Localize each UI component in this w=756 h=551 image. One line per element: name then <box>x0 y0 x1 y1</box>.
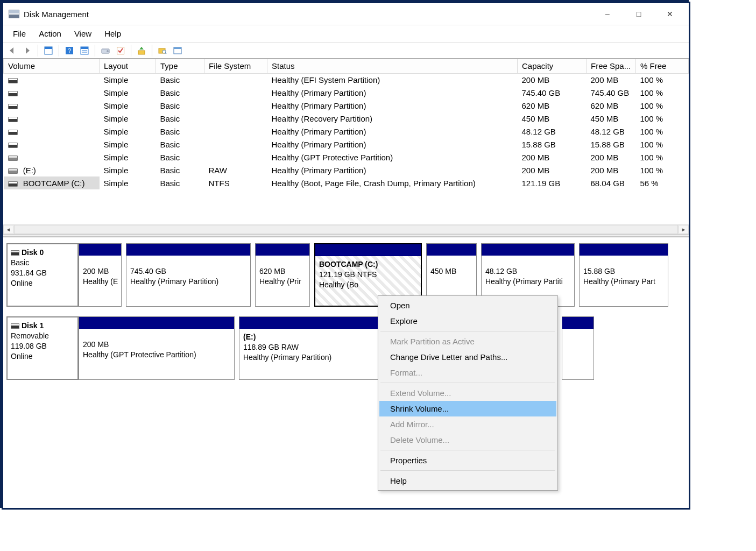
context-menu-item[interactable]: Help <box>379 473 556 489</box>
partition-size: 15.88 GB <box>583 266 664 277</box>
partition-title: BOOTCAMP (C:) <box>319 259 417 270</box>
partition-size: 48.12 GB <box>485 266 570 277</box>
cell-free: 745.40 GB <box>587 86 636 99</box>
cell-pct: 100 % <box>636 99 689 112</box>
disk-header[interactable]: Disk 1Removable119.08 GBOnline <box>6 316 79 380</box>
scroll-track[interactable] <box>14 225 678 234</box>
col-volume[interactable]: Volume <box>4 59 100 73</box>
window-title: Disk Management <box>24 10 89 19</box>
table-row[interactable]: SimpleBasicHealthy (EFI System Partition… <box>4 73 689 86</box>
partition-size: 121.19 GB NTFS <box>319 270 417 280</box>
back-button[interactable] <box>5 44 19 57</box>
partition[interactable]: 15.88 GBHealthy (Primary Part <box>579 243 668 307</box>
cell-status: Healthy (EFI System Partition) <box>267 73 518 86</box>
menu-action[interactable]: Action <box>33 27 67 40</box>
menu-help[interactable]: Help <box>99 27 126 40</box>
volume-icon <box>8 143 18 148</box>
table-row[interactable]: SimpleBasicHealthy (Recovery Partition)4… <box>4 112 689 125</box>
forward-button[interactable] <box>20 44 34 57</box>
help-icon[interactable]: ? <box>62 44 76 57</box>
minimize-button[interactable] <box>592 5 623 24</box>
table-row[interactable]: SimpleBasicHealthy (Primary Partition)62… <box>4 99 689 112</box>
context-menu-separator <box>380 331 555 331</box>
context-menu-item[interactable]: Shrink Volume... <box>379 401 556 416</box>
context-menu-item[interactable]: Open <box>379 298 556 313</box>
cell-fs <box>204 138 267 151</box>
partition-band <box>580 244 668 256</box>
horizontal-scrollbar[interactable]: ◄ ► <box>3 224 689 234</box>
cell-layout: Simple <box>100 99 156 112</box>
check-icon[interactable] <box>114 44 128 57</box>
content-area: Volume Layout Type File System Status Ca… <box>3 58 689 433</box>
context-menu-item[interactable]: Explore <box>379 313 556 329</box>
svg-point-9 <box>107 50 108 51</box>
col-pct[interactable]: % Free <box>636 59 689 73</box>
cell-status: Healthy (Primary Partition) <box>267 125 518 138</box>
col-status[interactable]: Status <box>267 59 518 73</box>
partition-band <box>79 244 121 256</box>
maximize-button[interactable] <box>623 5 654 24</box>
scroll-right-arrow[interactable]: ► <box>679 225 689 234</box>
context-menu-item[interactable]: Change Drive Letter and Paths... <box>379 349 556 365</box>
partition-band <box>315 244 421 256</box>
disk-row: Disk 1Removable119.08 GBOnline200 MBHeal… <box>6 316 686 380</box>
volume-name: BOOTCAMP (C:) <box>21 179 85 188</box>
disk-header[interactable]: Disk 0Basic931.84 GBOnline <box>6 243 79 307</box>
disk-graphical-pane: Disk 0Basic931.84 GBOnline200 MBHealthy … <box>3 237 689 380</box>
table-row[interactable]: SimpleBasicHealthy (Primary Partition)74… <box>4 86 689 99</box>
cell-capacity: 620 MB <box>518 99 587 112</box>
partition-blank[interactable] <box>562 316 594 380</box>
context-menu-item: Mark Partition as Active <box>379 334 556 349</box>
col-free[interactable]: Free Spa... <box>587 59 636 73</box>
disk-icon[interactable] <box>98 44 112 57</box>
cell-pct: 56 % <box>636 176 689 189</box>
table-row[interactable]: SimpleBasicHealthy (GPT Protective Parti… <box>4 151 689 164</box>
partition[interactable]: 745.40 GBHealthy (Primary Partition) <box>126 243 251 307</box>
disk-icon <box>11 323 19 329</box>
cell-type: Basic <box>156 176 204 189</box>
partition-band <box>79 317 234 329</box>
table-row[interactable]: SimpleBasicHealthy (Primary Partition)48… <box>4 125 689 138</box>
cell-layout: Simple <box>100 125 156 138</box>
partition[interactable]: 620 MBHealthy (Prir <box>255 243 310 307</box>
partition-band <box>256 244 309 256</box>
volume-table[interactable]: Volume Layout Type File System Status Ca… <box>3 59 689 189</box>
cell-type: Basic <box>156 164 204 176</box>
col-type[interactable]: Type <box>156 59 204 73</box>
partition-size: 620 MB <box>259 266 306 277</box>
volume-icon <box>8 78 18 83</box>
window-icon[interactable] <box>171 44 185 57</box>
col-capacity[interactable]: Capacity <box>518 59 587 73</box>
properties-icon[interactable] <box>41 44 55 57</box>
menu-view[interactable]: View <box>69 27 97 40</box>
cell-layout: Simple <box>100 86 156 99</box>
cell-layout: Simple <box>100 151 156 164</box>
table-row[interactable]: BOOTCAMP (C:)SimpleBasicNTFSHealthy (Boo… <box>4 176 689 189</box>
cell-pct: 100 % <box>636 125 689 138</box>
partition[interactable]: 200 MBHealthy (GPT Protective Partition) <box>79 316 235 380</box>
svg-rect-5 <box>81 47 88 49</box>
list-icon[interactable] <box>77 44 91 57</box>
cell-status: Healthy (GPT Protective Partition) <box>267 151 518 164</box>
cell-status: Healthy (Primary Partition) <box>267 99 518 112</box>
volume-icon <box>8 91 18 96</box>
scroll-left-arrow[interactable]: ◄ <box>3 225 13 234</box>
partition[interactable]: 200 MBHealthy (E <box>79 243 122 307</box>
menu-file[interactable]: File <box>8 27 31 40</box>
disk-icon <box>11 250 19 256</box>
context-menu-item[interactable]: Properties <box>379 453 556 468</box>
cell-fs <box>204 86 267 99</box>
col-fs[interactable]: File System <box>204 59 267 73</box>
table-row[interactable]: SimpleBasicHealthy (Primary Partition)15… <box>4 138 689 151</box>
context-menu-item: Format... <box>379 365 556 380</box>
search-folder-icon[interactable] <box>156 44 169 57</box>
table-row[interactable]: (E:)SimpleBasicRAWHealthy (Primary Parti… <box>4 164 689 176</box>
cell-fs <box>204 73 267 86</box>
cell-capacity: 200 MB <box>518 164 587 176</box>
col-layout[interactable]: Layout <box>100 59 156 73</box>
cell-type: Basic <box>156 86 204 99</box>
close-button[interactable] <box>654 5 686 24</box>
volume-icon <box>8 168 18 174</box>
menu-bar: File Action View Help <box>3 25 689 42</box>
upload-icon[interactable] <box>135 44 149 57</box>
